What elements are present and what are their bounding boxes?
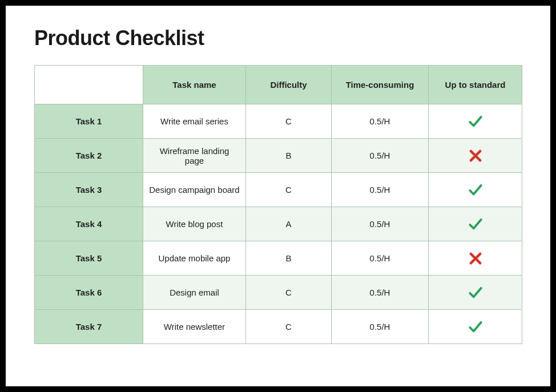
cell-task-name: Design email <box>143 276 246 310</box>
cell-task-name: Update mobile app <box>143 241 246 276</box>
header-time: Time-consuming <box>332 66 429 104</box>
cell-time: 0.5/H <box>332 207 429 241</box>
cell-standard <box>429 104 522 139</box>
row-label: Task 6 <box>35 276 143 310</box>
row-label: Task 7 <box>35 310 143 344</box>
row-label: Task 1 <box>35 104 143 139</box>
header-task-name: Task name <box>143 66 246 104</box>
cell-task-name: Write blog post <box>143 207 246 241</box>
cell-time: 0.5/H <box>332 139 429 173</box>
cell-task-name: Write email series <box>143 104 246 139</box>
cross-icon <box>468 251 483 266</box>
cell-time: 0.5/H <box>332 276 429 310</box>
check-icon <box>468 114 483 129</box>
cell-difficulty: C <box>246 310 332 344</box>
row-label: Task 5 <box>35 241 143 276</box>
table-row: Task 7Write newsletterC0.5/H <box>35 310 522 344</box>
check-icon <box>468 217 483 232</box>
cell-difficulty: C <box>246 276 332 310</box>
table-header-row: Task name Difficulty Time-consuming Up t… <box>35 66 522 104</box>
document-page: Product Checklist Task name Difficulty T… <box>6 6 550 386</box>
check-icon <box>468 285 483 300</box>
cell-standard <box>429 310 522 344</box>
cell-time: 0.5/H <box>332 104 429 139</box>
cell-standard <box>429 276 522 310</box>
table-row: Task 1Write email seriesC0.5/H <box>35 104 522 139</box>
cell-standard <box>429 173 522 207</box>
table-row: Task 4Write blog postA0.5/H <box>35 207 522 241</box>
cell-standard <box>429 241 522 276</box>
cell-task-name: Write newsletter <box>143 310 246 344</box>
table-row: Task 3Design campaign boardC0.5/H <box>35 173 522 207</box>
header-standard: Up to standard <box>429 66 522 104</box>
cross-icon <box>468 148 483 163</box>
cell-standard <box>429 139 522 173</box>
cell-difficulty: C <box>246 173 332 207</box>
cell-time: 0.5/H <box>332 241 429 276</box>
row-label: Task 3 <box>35 173 143 207</box>
row-label: Task 4 <box>35 207 143 241</box>
table-row: Task 5Update mobile appB0.5/H <box>35 241 522 276</box>
cell-time: 0.5/H <box>332 173 429 207</box>
table-row: Task 6Design emailC0.5/H <box>35 276 522 310</box>
cell-difficulty: B <box>246 241 332 276</box>
header-blank <box>35 66 143 104</box>
cell-time: 0.5/H <box>332 310 429 344</box>
cell-difficulty: B <box>246 139 332 173</box>
cell-difficulty: A <box>246 207 332 241</box>
row-label: Task 2 <box>35 139 143 173</box>
table-row: Task 2Wireframe landing pageB0.5/H <box>35 139 522 173</box>
cell-task-name: Design campaign board <box>143 173 246 207</box>
header-difficulty: Difficulty <box>246 66 332 104</box>
checklist-table: Task name Difficulty Time-consuming Up t… <box>34 65 522 344</box>
cell-standard <box>429 207 522 241</box>
cell-task-name: Wireframe landing page <box>143 139 246 173</box>
cell-difficulty: C <box>246 104 332 139</box>
page-title: Product Checklist <box>34 26 522 50</box>
check-icon <box>468 320 483 334</box>
check-icon <box>468 183 483 197</box>
